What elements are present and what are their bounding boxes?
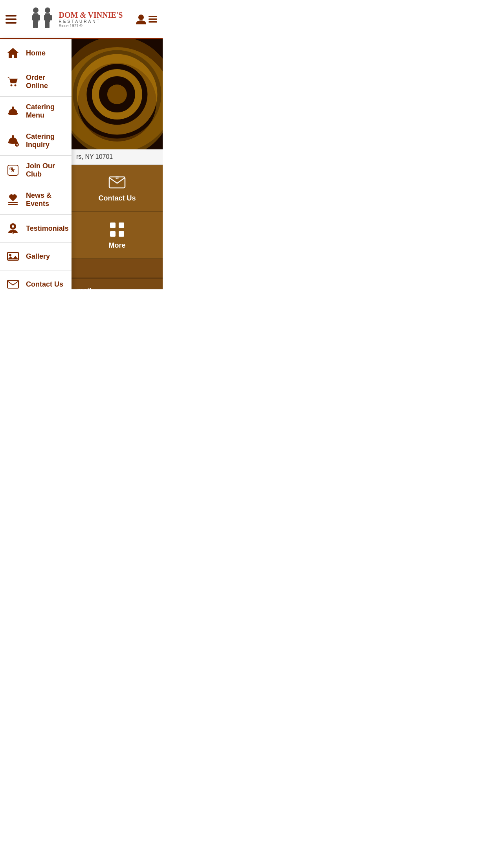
svg-text:e: e [116, 177, 118, 180]
svg-rect-21 [12, 135, 14, 138]
svg-rect-53 [110, 231, 116, 237]
svg-rect-36 [7, 280, 18, 288]
svg-point-12 [138, 15, 144, 20]
cart-icon [6, 74, 20, 89]
contact-us-btn-label: Contact Us [99, 194, 136, 202]
sidebar-nav: Home Order Online Catering Menu ? Cateri… [0, 39, 72, 289]
sidebar-testimonials-label: Testimonials [26, 224, 69, 233]
svg-point-30 [12, 225, 14, 228]
catering-inquiry-icon: ? [6, 133, 20, 148]
svg-rect-4 [33, 21, 35, 28]
svg-rect-14 [149, 18, 157, 20]
logo-title: DOM [59, 11, 78, 19]
logo-text: DOM & VINNIE'S RESTAURANT Since 1971 © [59, 11, 123, 28]
sidebar-order-online-label: Order Online [26, 74, 66, 90]
svg-point-17 [15, 85, 17, 86]
hamburger-menu-button[interactable] [6, 15, 17, 24]
main-content: rs, NY 10701 e Contact Us More [72, 39, 163, 289]
action-buttons-area: e Contact Us More mail [72, 165, 163, 289]
sidebar-item-testimonials[interactable]: Testimonials [0, 215, 72, 243]
address-bar: rs, NY 10701 [72, 149, 163, 165]
sidebar-join-club-label: Join Our Club [26, 162, 66, 178]
hero-image [72, 39, 163, 149]
user-menu-button[interactable] [135, 13, 157, 25]
sidebar-item-order-online[interactable]: Order Online [0, 67, 72, 97]
more-action-button[interactable]: More [72, 212, 163, 259]
svg-rect-3 [38, 15, 40, 20]
logo-subtitle: RESTAURANT [59, 19, 101, 24]
logo-ampersand: & [80, 11, 86, 19]
svg-rect-10 [45, 21, 47, 28]
sidebar-item-contact-us[interactable]: Contact Us [0, 270, 72, 289]
svg-point-45 [82, 59, 152, 130]
svg-point-6 [45, 7, 50, 13]
svg-point-35 [9, 254, 11, 256]
news-icon [6, 192, 20, 207]
svg-rect-5 [35, 21, 38, 28]
more-btn-label: More [109, 241, 126, 250]
logo-since: Since 1971 © [59, 24, 82, 28]
svg-rect-19 [12, 107, 14, 109]
svg-point-16 [11, 85, 13, 86]
svg-rect-9 [50, 15, 52, 20]
logo-title2: VINNIE'S [88, 11, 123, 19]
partial-btn-2-label: mail [77, 287, 91, 289]
svg-point-47 [107, 85, 127, 104]
svg-rect-15 [149, 21, 157, 23]
sidebar-catering-menu-label: Catering Menu [26, 103, 66, 120]
sidebar-item-news-events[interactable]: News & Events [0, 185, 72, 215]
sidebar-home-label: Home [26, 49, 46, 57]
svg-point-46 [95, 73, 139, 116]
logo-area: DOM & VINNIE'S RESTAURANT Since 1971 © [17, 6, 135, 33]
svg-text:?: ? [16, 143, 18, 147]
sidebar-news-events-label: News & Events [26, 191, 66, 208]
contact-icon [6, 277, 20, 289]
user-icon [135, 13, 147, 25]
vip-icon: VIP [6, 163, 20, 178]
sidebar-gallery-label: Gallery [26, 252, 50, 261]
sidebar-item-home[interactable]: Home [0, 39, 72, 67]
partial-action-button-2[interactable]: mail [72, 279, 163, 289]
svg-point-44 [72, 43, 163, 145]
address-text: rs, NY 10701 [76, 153, 113, 160]
contact-us-action-button[interactable]: e Contact Us [72, 165, 163, 212]
catering-menu-icon [6, 104, 20, 119]
sidebar-item-catering-inquiry[interactable]: ? Catering Inquiry [0, 126, 72, 156]
svg-rect-28 [8, 204, 18, 205]
partial-action-button-1[interactable] [72, 259, 163, 279]
user-menu-lines-icon [149, 16, 157, 23]
home-icon [6, 46, 20, 61]
sidebar-item-catering-menu[interactable]: Catering Menu [0, 97, 72, 126]
sidebar-contact-label: Contact Us [26, 280, 63, 289]
sidebar-catering-inquiry-label: Catering Inquiry [26, 132, 66, 149]
sidebar-item-join-club[interactable]: VIP Join Our Club [0, 156, 72, 185]
svg-rect-8 [44, 15, 46, 20]
logo-figures [29, 6, 56, 33]
gallery-icon [6, 249, 20, 264]
grid-icon [108, 220, 127, 239]
app-header: DOM & VINNIE'S RESTAURANT Since 1971 © [0, 0, 163, 39]
svg-rect-54 [119, 231, 124, 237]
sidebar-item-gallery[interactable]: Gallery [0, 243, 72, 270]
svg-rect-13 [149, 16, 157, 17]
hero-decoration [72, 39, 163, 149]
logo-figures-svg [29, 6, 56, 33]
svg-rect-27 [8, 202, 18, 203]
svg-point-0 [33, 7, 39, 13]
svg-rect-2 [32, 15, 34, 20]
envelope-icon: e [108, 173, 127, 192]
svg-rect-52 [119, 223, 124, 228]
svg-rect-51 [110, 223, 116, 228]
svg-rect-11 [47, 21, 50, 28]
testimonials-icon [6, 221, 20, 236]
